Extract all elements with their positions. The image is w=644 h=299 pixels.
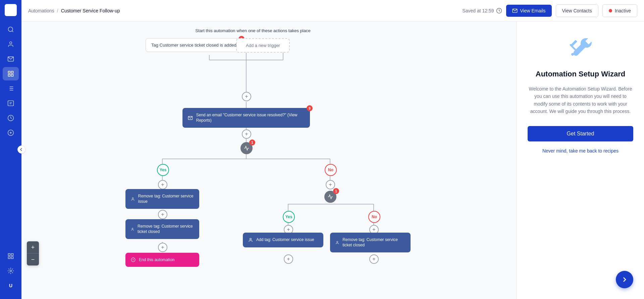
logo[interactable] [5,4,17,16]
email-node-icon [188,115,193,121]
sidebar-item-reports[interactable] [3,111,19,125]
wizard-panel: Automation Setup Wizard Welcome to the A… [517,21,644,299]
sidebar-item-automation[interactable] [3,67,19,80]
condition-badge: 1 [249,139,255,145]
end-label: End this automation [139,257,174,262]
add-trigger-label: Add a new trigger [246,43,280,48]
saved-text: Saved at 12:59 [462,8,494,13]
remove-tag-label-2: Remove tag: Customer service ticket clos… [138,224,194,234]
svg-point-52 [132,197,133,199]
sidebar-collapse-button[interactable] [17,145,25,154]
canvas-area: Start this automation when one of these … [21,21,644,299]
plus-circle-bottom-subyes[interactable]: + [284,254,293,264]
breadcrumb-current: Customer Service Follow-up [61,8,120,13]
tag-icon-2 [131,227,134,232]
svg-rect-23 [11,254,13,256]
wizard-title: Automation Setup Wizard [536,70,625,78]
sidebar-item-email[interactable] [3,52,19,66]
email-node-label: Send an email "Customer service issue re… [196,113,305,123]
svg-rect-25 [8,257,10,259]
zoom-out-button[interactable]: − [27,253,39,265]
breadcrumb: Automations / Customer Service Follow-up [28,8,120,13]
trigger-header-text: Start this automation when one of these … [152,28,517,33]
sidebar-item-contacts[interactable] [3,38,19,51]
svg-marker-0 [8,7,14,13]
inactive-button[interactable]: Inactive [602,4,637,17]
view-contacts-button[interactable]: View Contacts [556,4,598,17]
plus-circle-bottom-subno[interactable]: + [369,254,379,264]
flow-canvas[interactable]: Start this automation when one of these … [21,21,517,299]
svg-point-57 [337,241,338,242]
end-icon [131,257,136,262]
flow-lines [21,21,517,299]
next-arrow-icon [621,276,629,284]
sub-condition-icon [328,194,333,199]
tag-icon-3 [335,240,339,245]
breadcrumb-separator: / [57,8,58,13]
sidebar: U [0,0,21,299]
wizard-icon [567,35,594,62]
sidebar-item-pipelines[interactable] [3,82,19,95]
sidebar-item-settings[interactable] [3,264,19,278]
saved-indicator: Saved at 12:59 [462,8,502,14]
zoom-in-button[interactable]: + [27,241,39,253]
svg-rect-5 [8,71,10,73]
remove-tag-label-3: Remove tag: Customer service ticket clos… [342,237,405,248]
no-circle-2: No [368,211,380,223]
trigger-box[interactable]: Tag Customer service ticket closed is ad… [146,38,242,52]
svg-rect-24 [11,257,13,259]
user-avatar: U [5,280,17,292]
inactive-label: Inactive [615,8,631,13]
condition-node[interactable]: 1 [240,142,253,154]
yes-circle-1: Yes [157,164,169,176]
sidebar-item-search[interactable] [3,23,19,36]
main-area: Automations / Customer Service Follow-up… [21,0,644,299]
breadcrumb-root[interactable]: Automations [28,8,54,13]
email-node-badge: 9 [307,105,313,111]
wizard-description: Welcome to the Automation Setup Wizard. … [528,85,633,115]
inactive-dot [609,9,612,12]
svg-rect-22 [8,254,10,256]
remove-tag-node-3[interactable]: Remove tag: Customer service ticket clos… [330,233,411,252]
plus-circle-1[interactable]: + [242,92,251,101]
plus-circle-yes-1[interactable]: + [158,180,167,189]
svg-point-3 [10,42,12,44]
svg-rect-7 [11,74,13,76]
svg-point-53 [132,228,133,229]
back-to-recipes-link[interactable]: Never mind, take me back to recipes [542,148,619,154]
sub-condition-node[interactable]: 1 [324,191,336,203]
tag-icon-1 [131,197,135,201]
sidebar-item-forms[interactable] [3,97,19,110]
svg-point-56 [250,238,252,240]
remove-tag-node-1[interactable]: Remove tag: Customer service issue [125,189,199,209]
add-tag-node[interactable]: Add tag: Customer service issue [243,233,323,247]
next-button[interactable] [616,271,633,288]
history-icon [496,8,502,14]
svg-rect-15 [8,101,14,106]
condition-icon [244,145,249,151]
plus-circle-2[interactable]: + [242,129,251,139]
svg-line-2 [12,31,13,32]
sidebar-item-add[interactable] [3,126,19,139]
get-started-button[interactable]: Get Started [528,126,633,141]
add-trigger-box[interactable]: Add a new trigger [236,38,290,53]
header: Automations / Customer Service Follow-up… [21,0,644,21]
remove-tag-node-2[interactable]: Remove tag: Customer service ticket clos… [125,219,199,239]
plus-circle-yes-3[interactable]: + [158,243,167,252]
sub-condition-badge: 1 [333,188,339,194]
view-contacts-label: View Contacts [562,8,592,13]
trigger-label: Tag Customer service ticket closed is ad… [151,43,236,48]
sidebar-item-apps[interactable] [3,249,19,263]
sidebar-item-user[interactable]: U [3,279,19,292]
view-emails-button[interactable]: View Emails [506,5,552,17]
svg-point-26 [10,270,12,272]
end-automation-node[interactable]: End this automation [125,253,199,267]
svg-rect-8 [8,74,10,76]
view-emails-label: View Emails [520,8,546,13]
email-action-node[interactable]: Send an email "Customer service issue re… [182,108,310,128]
plus-circle-yes-2[interactable]: + [158,210,167,219]
add-tag-label: Add tag: Customer service issue [256,237,314,243]
yes-circle-2: Yes [283,211,295,223]
plus-circle-no-1[interactable]: + [326,180,335,189]
svg-point-1 [8,27,13,32]
